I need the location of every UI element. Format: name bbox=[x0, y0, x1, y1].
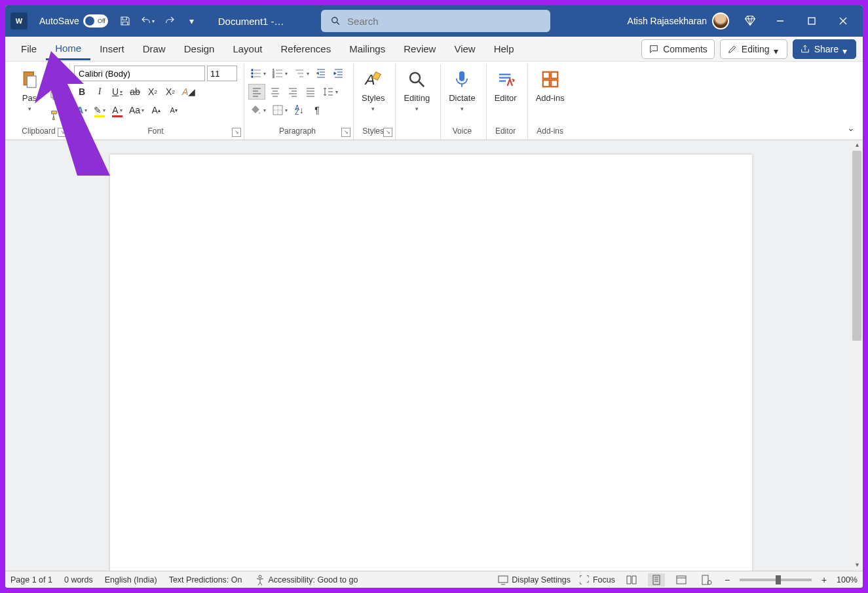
text-predictions[interactable]: Text Predictions: On bbox=[169, 575, 242, 584]
web-layout-button[interactable] bbox=[673, 573, 690, 586]
clear-formatting-button[interactable]: A◢ bbox=[180, 84, 197, 100]
clipboard-dialog-launcher[interactable]: ↘ bbox=[58, 128, 67, 137]
svg-rect-1 bbox=[808, 18, 815, 24]
superscript-button[interactable]: X2 bbox=[162, 84, 178, 100]
increase-indent-button[interactable] bbox=[331, 66, 347, 81]
autosave-state: Off bbox=[98, 18, 105, 24]
line-spacing-button[interactable]: ▾ bbox=[320, 84, 340, 100]
tab-insert[interactable]: Insert bbox=[90, 39, 134, 59]
zoom-in-button[interactable]: + bbox=[820, 575, 829, 585]
highlight-button[interactable]: ✎▾ bbox=[92, 102, 107, 118]
strikethrough-button[interactable]: ab bbox=[127, 84, 143, 100]
sort-button[interactable]: AZ↓ bbox=[292, 102, 307, 118]
tab-file[interactable]: File bbox=[12, 39, 46, 59]
maximize-button[interactable] bbox=[797, 10, 826, 31]
cut-button[interactable] bbox=[47, 68, 63, 84]
search-input[interactable] bbox=[347, 16, 540, 27]
scrollbar-thumb[interactable] bbox=[852, 151, 861, 341]
zoom-percent[interactable]: 100% bbox=[837, 575, 858, 584]
tab-review[interactable]: Review bbox=[394, 39, 445, 59]
tab-draw[interactable]: Draw bbox=[134, 39, 175, 59]
italic-button[interactable]: I bbox=[92, 84, 107, 100]
tab-home[interactable]: Home bbox=[46, 38, 90, 60]
shading-button[interactable]: ▾ bbox=[248, 102, 268, 118]
user-name[interactable]: Atish Rajasekharan bbox=[628, 16, 707, 26]
tab-view[interactable]: View bbox=[445, 39, 484, 59]
paragraph-dialog-launcher[interactable]: ↘ bbox=[341, 128, 350, 137]
save-button[interactable] bbox=[116, 12, 134, 30]
decrease-indent-button[interactable] bbox=[313, 66, 329, 81]
align-center-button[interactable] bbox=[267, 84, 283, 100]
font-size-combo[interactable] bbox=[207, 66, 237, 81]
tab-mailings[interactable]: Mailings bbox=[340, 39, 394, 59]
bullets-button[interactable]: ▾ bbox=[248, 66, 268, 81]
chevron-down-icon: ▾ bbox=[28, 105, 31, 112]
justify-button[interactable] bbox=[303, 84, 318, 100]
minimize-button[interactable] bbox=[766, 10, 795, 31]
multilevel-list-button[interactable]: ▾ bbox=[292, 66, 311, 81]
change-case-button[interactable]: Aa▾ bbox=[127, 102, 146, 118]
qat-customize-button[interactable]: ▾ bbox=[183, 12, 201, 30]
dictate-button[interactable]: Dictate▾ bbox=[445, 66, 479, 115]
tab-references[interactable]: References bbox=[271, 39, 340, 59]
format-painter-button[interactable] bbox=[47, 107, 63, 123]
tab-design[interactable]: Design bbox=[175, 39, 224, 59]
scroll-down-arrow[interactable]: ▾ bbox=[852, 561, 861, 570]
font-dialog-launcher[interactable]: ↘ bbox=[232, 128, 241, 137]
print-layout-button[interactable] bbox=[648, 573, 665, 586]
comments-button[interactable]: Comments bbox=[641, 39, 715, 59]
borders-button[interactable]: ▾ bbox=[270, 102, 290, 118]
read-mode-button[interactable] bbox=[623, 573, 640, 586]
shrink-font-button[interactable]: A▾ bbox=[166, 102, 181, 118]
ribbon: Pas ▾ Clipboard ↘ bbox=[5, 62, 863, 140]
styles-dialog-launcher[interactable]: ↘ bbox=[383, 128, 392, 137]
paste-button[interactable]: Pas ▾ bbox=[14, 66, 45, 115]
grow-font-button[interactable]: A▴ bbox=[148, 102, 164, 118]
vertical-scrollbar[interactable]: ▴ ▾ bbox=[851, 140, 863, 571]
svg-rect-21 bbox=[551, 80, 557, 86]
text-effects-button[interactable]: A▾ bbox=[74, 102, 90, 118]
bold-button[interactable]: B bbox=[74, 84, 90, 100]
styles-button[interactable]: A Styles▾ bbox=[358, 66, 388, 115]
document-page[interactable] bbox=[110, 155, 752, 571]
zoom-slider-handle[interactable] bbox=[776, 575, 781, 584]
show-marks-button[interactable]: ¶ bbox=[309, 102, 325, 118]
editor-button[interactable]: Editor bbox=[491, 66, 521, 105]
share-button[interactable]: Share ▾ bbox=[793, 39, 856, 59]
font-name-combo[interactable] bbox=[74, 66, 205, 81]
toggle-switch[interactable]: Off bbox=[83, 14, 108, 28]
svg-point-10 bbox=[252, 76, 254, 78]
accessibility-check[interactable]: Accessibility: Good to go bbox=[254, 574, 358, 586]
editing-button[interactable]: Editing▾ bbox=[400, 66, 434, 115]
trackchanges-indicator[interactable] bbox=[698, 573, 715, 586]
word-count[interactable]: 0 words bbox=[64, 575, 93, 584]
addins-button[interactable]: Add-ins bbox=[532, 66, 569, 105]
diamond-icon[interactable] bbox=[744, 14, 757, 28]
comments-label: Comments bbox=[663, 44, 708, 54]
zoom-slider[interactable] bbox=[740, 579, 812, 581]
redo-button[interactable] bbox=[160, 12, 179, 30]
underline-button[interactable]: U▾ bbox=[109, 84, 125, 100]
undo-button[interactable]: ▾ bbox=[138, 12, 157, 30]
document-title[interactable]: Document1 -… bbox=[218, 16, 284, 27]
search-box[interactable] bbox=[321, 10, 550, 32]
focus-mode[interactable]: Focus bbox=[578, 574, 615, 586]
numbering-button[interactable]: 123▾ bbox=[270, 66, 290, 81]
collapse-ribbon-button[interactable]: ⌄ bbox=[847, 123, 855, 133]
align-left-button[interactable] bbox=[248, 84, 265, 100]
copy-button[interactable] bbox=[47, 88, 63, 104]
scroll-up-arrow[interactable]: ▴ bbox=[852, 141, 861, 150]
editing-mode-button[interactable]: Editing ▾ bbox=[720, 39, 787, 59]
autosave-toggle[interactable]: AutoSave Off bbox=[39, 14, 108, 28]
page-indicator[interactable]: Page 1 of 1 bbox=[10, 575, 52, 584]
avatar[interactable] bbox=[712, 12, 729, 29]
subscript-button[interactable]: X2 bbox=[145, 84, 160, 100]
zoom-out-button[interactable]: − bbox=[723, 575, 732, 585]
font-color-button[interactable]: A▾ bbox=[109, 102, 125, 118]
display-settings[interactable]: Display Settings bbox=[497, 574, 571, 586]
tab-layout[interactable]: Layout bbox=[223, 39, 271, 59]
align-right-button[interactable] bbox=[285, 84, 301, 100]
close-button[interactable] bbox=[829, 10, 858, 31]
language-indicator[interactable]: English (India) bbox=[105, 575, 157, 584]
tab-help[interactable]: Help bbox=[485, 39, 523, 59]
